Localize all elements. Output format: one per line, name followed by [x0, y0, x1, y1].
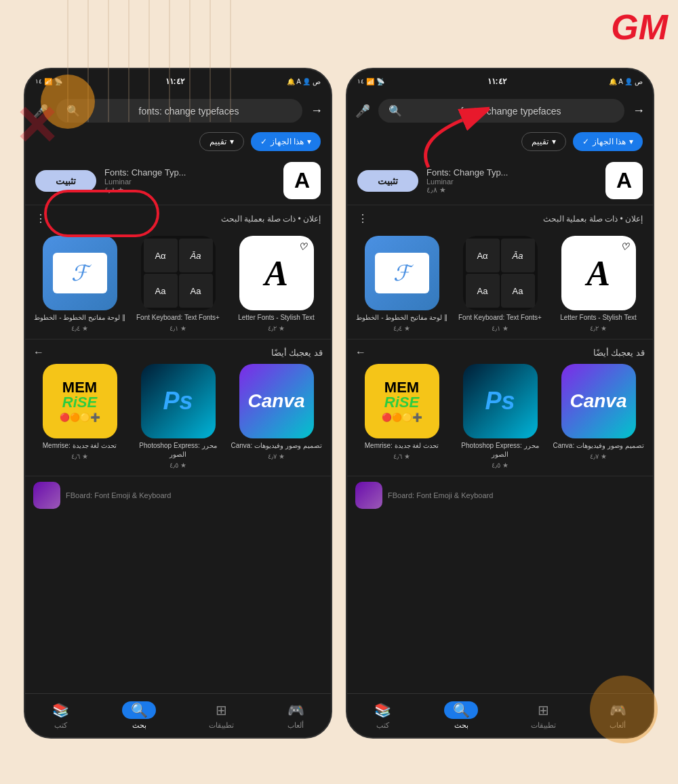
gm-logo: GM	[611, 7, 668, 47]
memrise-icon-left: MEM RiSE 🔴🟠🟡➕	[43, 364, 117, 438]
nav-books-right[interactable]: 📚 كتب	[374, 701, 391, 730]
app-card-lopa-left[interactable]: ℱ لوحة مفاتيح الخطوط - الخطوط ‖ ٤٫٤ ★	[33, 236, 126, 332]
nav-apps-right[interactable]: ⊞ تطبيقات	[531, 701, 556, 730]
app-grid-left: ℱ لوحة مفاتيح الخطوط - الخطوط ‖ ٤٫٤ ★ Aα…	[25, 230, 331, 337]
phone-content-right: 🎤 🔍 fonts: change typefaces → تقييم ▾ ✓ …	[347, 94, 653, 693]
heart-icon-right: ♡	[620, 241, 629, 252]
app-card-fk-right[interactable]: Aα Āa Aa Aa Font Keyboard: Text Fonts+ ٤…	[454, 236, 546, 332]
decorative-x: ✕	[14, 95, 59, 158]
install-button-right[interactable]: تثبيت	[357, 170, 418, 192]
lf-rating-left: ٤٫٢ ★	[268, 325, 285, 332]
rating-filter-right[interactable]: تقييم ▾	[521, 132, 566, 151]
featured-app-info-left: Fonts: Change Typ... Luminar ٤٫٨ ★	[104, 167, 275, 194]
rating-filter-label-left: تقييم	[210, 137, 226, 146]
lopa-name-right: لوحة مفاتيح الخطوط - الخطوط ‖	[356, 313, 447, 322]
chevron-down-icon-2r: ▾	[629, 137, 633, 146]
app-card-lf-left[interactable]: A ♡ Letter Fonts - Stylish Text ٤٫٢ ★	[230, 236, 323, 332]
also-card-memrise-left[interactable]: MEM RiSE 🔴🟠🟡➕ Memrise: تحدث لغة جديدة ٤٫…	[33, 364, 126, 469]
phone-left: ١٤ 📶 📡 ١١:٤٢ 🔔 A 👤 ص 🎤 🔍 fonts: change t…	[24, 68, 332, 739]
time-display-right: ١١:٤٢	[487, 77, 506, 86]
fk-cell-1: Aα	[144, 239, 178, 272]
phone-right: ١٤ 📶 📡 ١١:٤٢ 🔔 A 👤 ص 🎤 🔍 fonts: change t…	[346, 68, 654, 739]
rating-filter-left[interactable]: تقييم ▾	[199, 132, 244, 151]
nav-apps-left[interactable]: ⊞ تطبيقات	[209, 701, 234, 730]
featured-app-left: تثبيت Fonts: Change Typ... Luminar ٤٫٨ ★…	[25, 158, 331, 203]
mic-button-right[interactable]: 🎤	[355, 104, 370, 119]
also-card-canva-right[interactable]: Canva Canva: تصميم وصور وفيديوهات ٤٫٧ ★	[552, 364, 645, 469]
filter-row-right: تقييم ▾ ✓ هذا الجهاز ▾	[347, 128, 653, 158]
search-icon-nav-right: 🔍	[444, 701, 478, 719]
memrise-mem-left: MEM	[62, 380, 97, 395]
device-filter-label-right: هذا الجهاز	[593, 137, 626, 146]
lf-icon-right: A ♡	[561, 236, 636, 310]
fk-rating-right: ٤٫١ ★	[492, 325, 509, 332]
ads-section-left: ⋮ إعلان • ذات صلة بعملية البحث	[25, 207, 331, 230]
also-header-right: ← قد يعجبك أيضًا	[355, 346, 645, 358]
nav-books-left[interactable]: 📚 كتب	[52, 701, 69, 730]
nav-search-right[interactable]: 🔍 بحث	[444, 701, 478, 730]
more-options-icon-right[interactable]: ⋮	[357, 212, 368, 225]
memrise-mem-right: MEM	[384, 380, 419, 395]
lopa-icon-left: ℱ	[43, 236, 117, 310]
also-card-memrise-right[interactable]: MEM RiSE 🔴🟠🟡➕ Memrise: تحدث لغة جديدة ٤٫…	[355, 364, 448, 469]
fk-cell-4r: Aa	[501, 274, 535, 308]
canva-name-right: Canva: تصميم وصور وفيديوهات	[553, 441, 643, 450]
divider-1	[25, 205, 331, 205]
fk-name-left: Font Keyboard: Text Fonts+	[136, 313, 220, 322]
memrise-name-right: Memrise: تحدث لغة جديدة	[365, 441, 439, 450]
checkmark-icon-right: ✓	[582, 137, 589, 146]
also-card-ps-right[interactable]: Ps Photoshop Express: محرر الصور ٤٫٥ ★	[454, 364, 546, 469]
battery-label-right: ١٤	[357, 78, 364, 85]
fk-cell-1r: Aα	[466, 239, 500, 272]
ps-icon-right: Ps	[463, 364, 538, 438]
search-bar-right: 🎤 🔍 fonts: change typefaces →	[347, 94, 653, 128]
featured-app-right: تثبيت Fonts: Change Typ... Luminar ٤٫٨ ★…	[347, 158, 653, 203]
lf-name-right: Letter Fonts - Stylish Text	[560, 313, 637, 322]
featured-app-rating-right: ٤٫٨ ★	[426, 186, 597, 194]
ps-rating-right: ٤٫٥ ★	[492, 461, 509, 469]
app-card-fk-left[interactable]: Aα Āa Aa Aa Font Keyboard: Text Fonts+ ٤…	[132, 236, 224, 332]
canva-icon-right: Canva	[561, 364, 636, 438]
also-card-canva-left[interactable]: Canva Canva: تصميم وصور وفيديوهات ٤٫٧ ★	[230, 364, 323, 469]
nav-games-left[interactable]: 🎮 ألعاب	[287, 701, 304, 730]
apps-label-left: تطبيقات	[209, 721, 234, 730]
also-back-left[interactable]: ←	[33, 346, 44, 358]
also-section-left: ← قد يعجبك أيضًا MEM RiSE 🔴🟠🟡➕ Memrise: …	[25, 341, 331, 474]
lopa-icon-inner-right: ℱ	[375, 253, 429, 293]
divider-2	[25, 339, 331, 339]
device-filter-label-left: هذا الجهاز	[271, 137, 304, 146]
fk-cell-2: Āa	[179, 239, 213, 272]
device-filter-right[interactable]: ✓ هذا الجهاز ▾	[573, 132, 643, 151]
fboard-icon-right	[355, 482, 382, 509]
featured-app-info-right: Fonts: Change Typ... Luminar ٤٫٨ ★	[426, 167, 597, 194]
rating-filter-label-right: تقييم	[532, 137, 549, 146]
ps-name-left: Photoshop Express: محرر الصور	[132, 441, 224, 459]
also-card-ps-left[interactable]: Ps Photoshop Express: محرر الصور ٤٫٥ ★	[132, 364, 224, 469]
install-button-left[interactable]: تثبيت	[35, 170, 96, 192]
phones-container: ١٤ 📶 📡 ١١:٤٢ 🔔 A 👤 ص 🎤 🔍 fonts: change t…	[0, 68, 678, 739]
also-back-right[interactable]: ←	[355, 346, 366, 358]
featured-app-icon-left: A	[283, 162, 321, 199]
featured-app-rating-left: ٤٫٨ ★	[104, 186, 275, 194]
signal-bars-right: 📶	[366, 78, 374, 85]
search-icon-nav-left: 🔍	[122, 701, 156, 719]
ads-section-right: ⋮ إعلان • ذات صلة بعملية البحث	[347, 207, 653, 230]
chevron-down-icon: ▾	[230, 137, 234, 146]
lf-rating-right: ٤٫٢ ★	[590, 325, 607, 332]
more-options-icon[interactable]: ⋮	[35, 212, 46, 225]
arrow-button-right[interactable]: →	[633, 104, 645, 118]
app-card-lopa-right[interactable]: ℱ لوحة مفاتيح الخطوط - الخطوط ‖ ٤٫٤ ★	[355, 236, 448, 332]
books-icon-left: 📚	[52, 701, 69, 719]
fboard-bar-left: FBoard: Font Emoji & Keyboard	[25, 478, 331, 513]
lopa-rating-right: ٤٫٤ ★	[393, 325, 410, 332]
app-card-lf-right[interactable]: A ♡ Letter Fonts - Stylish Text ٤٫٢ ★	[552, 236, 645, 332]
phone-content-left: 🎤 🔍 fonts: change typefaces → تقييم ▾ ✓ …	[25, 94, 331, 693]
lopa-name-left: لوحة مفاتيح الخطوط - الخطوط ‖	[34, 313, 125, 322]
device-filter-left[interactable]: ✓ هذا الجهاز ▾	[251, 132, 321, 151]
also-grid-right: MEM RiSE 🔴🟠🟡➕ Memrise: تحدث لغة جديدة ٤٫…	[355, 364, 645, 469]
apps-icon-left: ⊞	[213, 701, 231, 719]
also-grid-left: MEM RiSE 🔴🟠🟡➕ Memrise: تحدث لغة جديدة ٤٫…	[33, 364, 323, 469]
nav-search-left[interactable]: 🔍 بحث	[122, 701, 156, 730]
memrise-icon-right: MEM RiSE 🔴🟠🟡➕	[365, 364, 439, 438]
search-input-right[interactable]: 🔍 fonts: change typefaces	[378, 99, 624, 123]
